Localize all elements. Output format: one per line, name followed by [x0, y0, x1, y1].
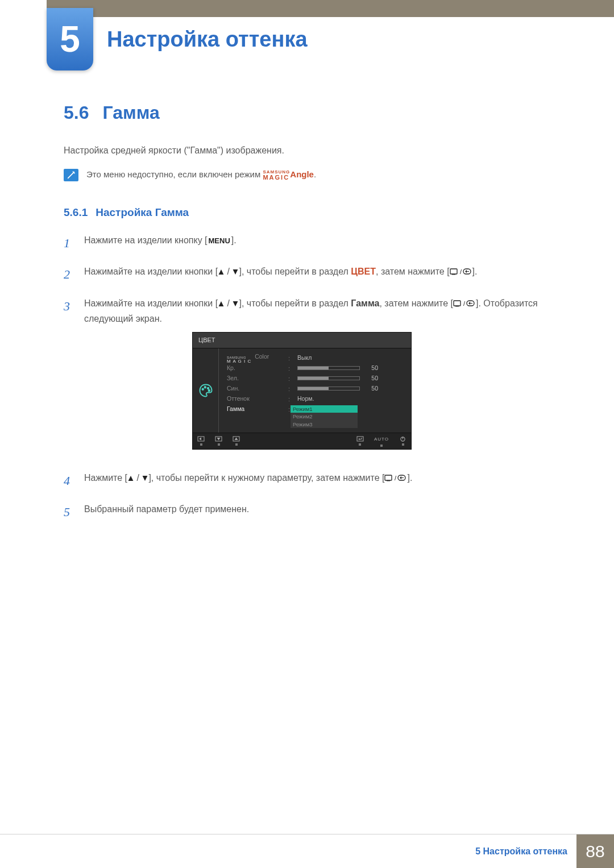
up-triangle-icon: [218, 269, 225, 275]
note-icon: [64, 169, 78, 181]
svg-point-14: [207, 388, 209, 389]
svg-rect-8: [454, 301, 460, 306]
osd-row-blue: Син. : 50: [227, 384, 405, 394]
step-body: Нажимайте на изделии кнопки [ / ], чтобы…: [84, 296, 563, 460]
svg-point-12: [202, 388, 204, 390]
osd-option-selected: Режим1: [291, 405, 358, 413]
osd-category-icon-col: [193, 348, 219, 433]
steps-list: 1 Нажмите на изделии кнопку [MENU]. 2 На…: [64, 232, 563, 522]
down-triangle-icon: [142, 475, 148, 481]
menu-button-label: MENU: [208, 235, 231, 247]
t: ].: [407, 473, 412, 483]
svg-marker-19: [217, 438, 221, 441]
slider-bar: [297, 387, 360, 391]
osd-label: Зел.: [227, 373, 284, 384]
t: Color: [255, 353, 269, 360]
osd-label: Оттенок: [227, 394, 284, 404]
osd-row-tone: Оттенок : Норм.: [227, 394, 405, 404]
svg-text:/: /: [460, 268, 462, 275]
footer-page-number: 88: [576, 834, 614, 868]
subsection-number: 5.6.1: [64, 206, 88, 219]
step-5: 5 Выбранный параметр будет применен.: [64, 501, 563, 522]
step-number: 1: [64, 232, 74, 254]
svg-marker-17: [199, 438, 201, 441]
note-suffix: .: [314, 169, 316, 179]
step-body: Нажмите на изделии кнопку [MENU].: [84, 232, 563, 254]
source-return-icon: /: [450, 268, 472, 276]
subsection-title: Настройка Гамма: [96, 206, 189, 219]
section-heading: 5.6 Гамма: [64, 102, 563, 123]
slider-fill: [298, 377, 329, 380]
step-number: 3: [64, 296, 74, 460]
t: , затем нажмите [: [379, 298, 453, 308]
svg-text:/: /: [395, 475, 397, 481]
slider-bar: [297, 376, 360, 380]
colon: :: [288, 394, 293, 405]
osd-row-red: Кр. : 50: [227, 363, 405, 373]
osd-row-green: Зел. : 50: [227, 373, 405, 384]
osd-title: ЦВЕТ: [193, 333, 411, 348]
step-number: 4: [64, 470, 74, 491]
colon: :: [288, 353, 293, 364]
step-4: 4 Нажмите [ / ], чтобы перейти к нужному…: [64, 470, 563, 491]
page-content: 5.6 Гамма Настройка средней яркости ("Га…: [64, 102, 563, 533]
osd-footer-auto: AUTO: [374, 435, 389, 447]
palette-icon: [198, 383, 214, 398]
svg-marker-7: [233, 301, 238, 306]
svg-marker-26: [143, 476, 148, 481]
colon: :: [288, 363, 293, 374]
colon: :: [288, 404, 293, 415]
svg-marker-0: [219, 269, 224, 275]
t: , затем нажмите [: [376, 267, 450, 276]
step-body: Нажимайте на изделии кнопки [ / ], чтобы…: [84, 264, 563, 285]
step-body: Нажмите [ / ], чтобы перейти к нужному п…: [84, 470, 563, 491]
svg-rect-2: [450, 269, 457, 274]
t: ].: [231, 235, 237, 245]
svg-marker-25: [128, 476, 134, 481]
osd-footer-down-icon: [215, 436, 222, 446]
brand-bottom: MAGIC: [263, 175, 290, 181]
svg-text:/: /: [463, 300, 466, 307]
osd-label: Кр.: [227, 363, 284, 373]
up-triangle-icon: [127, 475, 134, 481]
osd-footer-right: AUTO: [356, 435, 406, 447]
osd-option: Режим2: [291, 413, 358, 420]
source-return-icon: /: [384, 474, 407, 482]
osd-option: Режим3: [291, 421, 358, 428]
svg-rect-3: [452, 274, 455, 275]
slider-fill: [298, 387, 329, 390]
osd-footer-back-icon: [197, 436, 205, 446]
chapter-number-tab: 5: [47, 8, 93, 70]
colon: :: [288, 373, 293, 384]
note-prefix: Это меню недоступно, если включен режим: [86, 169, 263, 179]
slider-bar: [297, 366, 360, 370]
brand-suffix: Angle: [290, 169, 314, 179]
t: ], чтобы перейти в раздел: [239, 298, 351, 308]
osd-footer: AUTO: [193, 433, 411, 449]
osd-value: 50: [364, 363, 378, 373]
osd-footer-left: [197, 436, 240, 446]
osd-value: Норм.: [297, 394, 314, 404]
svg-rect-9: [455, 306, 459, 306]
subsection-heading: 5.6.1 Настройка Гамма: [64, 206, 563, 219]
page-footer: 5 Настройка оттенка 88: [0, 834, 614, 868]
t: Нажмите [: [84, 473, 127, 483]
step-3: 3 Нажимайте на изделии кнопки [ / ], что…: [64, 296, 563, 460]
osd-value: 50: [364, 373, 378, 384]
osd-items: SAMSUNG M A G I C Color : Выкл: [219, 348, 411, 433]
svg-marker-6: [219, 301, 224, 306]
t: AUTO: [374, 435, 389, 443]
slider-fill: [298, 367, 329, 369]
osd-label-active: Гамма: [227, 404, 284, 414]
t: ], чтобы перейти в раздел: [239, 267, 351, 276]
osd-value: 50: [364, 384, 378, 394]
step-2: 2 Нажимайте на изделии кнопки [ / ], что…: [64, 264, 563, 285]
osd-screenshot: ЦВЕТ: [192, 332, 563, 449]
t: ], чтобы перейти к нужному параметру, за…: [148, 473, 384, 483]
t: Нажимайте на изделии кнопки [: [84, 298, 218, 308]
section-title: Гамма: [102, 102, 159, 123]
keyword-gamma: Гамма: [351, 298, 379, 308]
t: Нажимайте на изделии кнопки [: [84, 267, 218, 276]
svg-marker-21: [235, 438, 238, 441]
osd-footer-power-icon: [399, 436, 406, 446]
